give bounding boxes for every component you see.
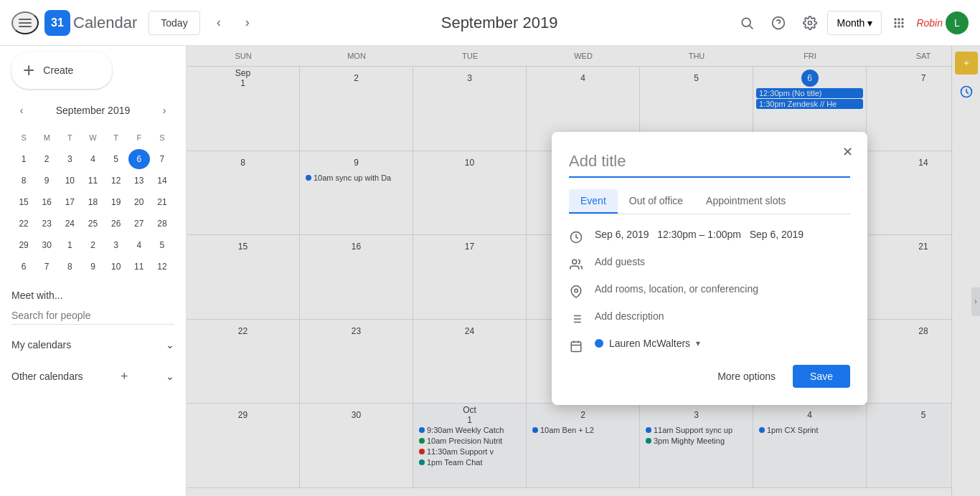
mini-cal-day[interactable]: 12	[151, 257, 173, 277]
svg-rect-2	[19, 26, 32, 27]
svg-point-13	[902, 22, 904, 24]
guests-icon	[569, 257, 583, 272]
prev-month-button[interactable]: ‹	[206, 10, 232, 36]
help-button[interactable]	[764, 9, 793, 37]
mini-cal-day[interactable]: 15	[13, 192, 34, 212]
mini-cal-prev[interactable]: ‹	[11, 100, 32, 120]
time-end[interactable]: 1:00pm	[707, 229, 741, 240]
mini-cal-day[interactable]: 7	[36, 257, 57, 277]
mini-cal-day[interactable]: 23	[36, 214, 57, 234]
svg-point-16	[902, 25, 904, 27]
mini-cal-day[interactable]: 26	[105, 214, 127, 234]
mini-cal-day[interactable]: 4	[128, 235, 150, 255]
appointment-slots-tab[interactable]: Appointment slots	[694, 189, 797, 214]
mini-cal-day[interactable]: 12	[105, 171, 127, 191]
time-separator: –	[699, 229, 708, 240]
my-calendars-section: My calendars ⌄	[11, 336, 174, 353]
search-button[interactable]	[732, 9, 761, 37]
create-button[interactable]: + Create	[11, 52, 112, 89]
add-location-label[interactable]: Add rooms, location, or conferencing	[595, 283, 758, 295]
mini-cal-day[interactable]: 9	[82, 257, 103, 277]
next-month-button[interactable]: ›	[235, 10, 260, 36]
mini-cal-dow: F	[128, 128, 150, 148]
svg-point-9	[898, 18, 900, 20]
mini-cal-day[interactable]: 18	[82, 192, 103, 212]
mini-cal-day[interactable]: 21	[151, 192, 173, 212]
location-row: Add rooms, location, or conferencing	[569, 283, 850, 299]
search-people-input[interactable]	[11, 307, 174, 325]
mini-cal-day[interactable]: 5	[151, 235, 173, 255]
mini-cal-day[interactable]: 24	[59, 214, 80, 234]
description-row: Add description	[569, 310, 850, 326]
today-button[interactable]: Today	[149, 11, 199, 35]
out-of-office-tab[interactable]: Out of office	[618, 189, 694, 214]
description-content[interactable]: Add description	[595, 310, 850, 322]
mini-cal-day[interactable]: 30	[36, 235, 57, 255]
user-name[interactable]: Robin	[916, 17, 943, 29]
guests-content[interactable]: Add guests	[595, 256, 850, 267]
mini-cal-day[interactable]: 13	[128, 171, 150, 191]
mini-cal-day[interactable]: 10	[59, 171, 80, 191]
mini-calendar: ‹ September 2019 › SMTWTFS 1234567891011…	[11, 100, 174, 278]
mini-cal-day[interactable]: 1	[59, 235, 80, 255]
event-tab[interactable]: Event	[569, 189, 618, 214]
settings-button[interactable]	[796, 9, 824, 37]
mini-cal-day[interactable]: 2	[82, 235, 103, 255]
mini-cal-day[interactable]: 6	[13, 257, 34, 277]
mini-cal-day[interactable]: 28	[151, 214, 173, 234]
mini-cal-day[interactable]: 29	[13, 235, 34, 255]
my-calendars-header[interactable]: My calendars ⌄	[11, 336, 174, 353]
mini-cal-day[interactable]: 7	[151, 149, 173, 169]
mini-cal-day[interactable]: 11	[128, 257, 150, 277]
mini-cal-day[interactable]: 8	[59, 257, 80, 277]
apps-button[interactable]	[885, 9, 913, 37]
owner-dropdown-arrow[interactable]: ▾	[696, 338, 700, 348]
mini-calendar-title: September 2019	[56, 105, 131, 116]
svg-point-15	[898, 25, 900, 27]
user-avatar[interactable]: L	[946, 11, 969, 34]
mini-cal-day[interactable]: 10	[105, 257, 127, 277]
mini-cal-dow: S	[151, 128, 173, 148]
mini-cal-next[interactable]: ›	[154, 100, 174, 120]
mini-cal-day[interactable]: 3	[105, 235, 127, 255]
mini-cal-day[interactable]: 17	[59, 192, 80, 212]
mini-cal-day[interactable]: 11	[82, 171, 103, 191]
mini-cal-day[interactable]: 27	[128, 214, 150, 234]
mini-cal-day[interactable]: 14	[151, 171, 173, 191]
mini-cal-day[interactable]: 19	[105, 192, 127, 212]
mini-cal-day[interactable]: 22	[13, 214, 34, 234]
location-icon	[569, 285, 583, 299]
mini-cal-day[interactable]: 5	[105, 149, 127, 169]
dropdown-arrow: ▾	[867, 17, 872, 29]
event-title-input[interactable]	[569, 149, 850, 178]
mini-cal-day[interactable]: 25	[82, 214, 103, 234]
save-button[interactable]: Save	[793, 365, 850, 388]
svg-point-11	[895, 22, 897, 24]
other-calendars-chevron: ⌄	[166, 371, 174, 382]
mini-cal-day[interactable]: 16	[36, 192, 57, 212]
mini-cal-day[interactable]: 6	[128, 149, 150, 169]
add-description-label[interactable]: Add description	[595, 310, 664, 322]
mini-cal-day[interactable]: 20	[128, 192, 150, 212]
my-calendars-title: My calendars	[11, 339, 71, 350]
more-options-button[interactable]: More options	[706, 365, 787, 388]
month-view-button[interactable]: Month ▾	[827, 11, 882, 35]
other-calendars-header[interactable]: Other calendars + ⌄	[11, 365, 174, 388]
meet-with-label: Meet with...	[11, 290, 174, 301]
mini-cal-day[interactable]: 9	[36, 171, 57, 191]
mini-cal-day[interactable]: 1	[13, 149, 34, 169]
date-end[interactable]: Sep 6, 2019	[750, 229, 804, 240]
modal-close-button[interactable]: ✕	[836, 140, 859, 163]
mini-cal-day[interactable]: 4	[82, 149, 103, 169]
add-guests-label[interactable]: Add guests	[595, 256, 645, 267]
mini-cal-dow: S	[13, 128, 34, 148]
add-other-calendar-button[interactable]: +	[116, 368, 133, 385]
time-start[interactable]: 12:30pm	[657, 229, 696, 240]
menu-icon-button[interactable]	[11, 11, 39, 34]
date-start[interactable]: Sep 6, 2019	[595, 229, 649, 240]
mini-cal-day[interactable]: 3	[59, 149, 80, 169]
svg-point-18	[573, 259, 577, 264]
location-content[interactable]: Add rooms, location, or conferencing	[595, 283, 850, 295]
mini-cal-day[interactable]: 8	[13, 171, 34, 191]
mini-cal-day[interactable]: 2	[36, 149, 57, 169]
